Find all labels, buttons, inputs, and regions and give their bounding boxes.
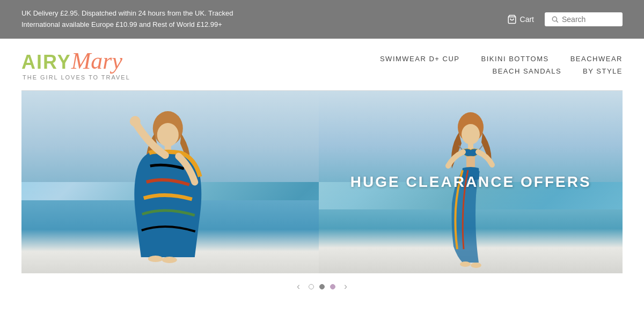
hero-slideshow: HUGE CLEARANCE OFFERS (21, 91, 623, 273)
delivery-info: UK Delivery £2.95. Dispatched within 24 … (21, 8, 247, 31)
logo-airy: AIRY (21, 53, 71, 72)
svg-point-6 (130, 116, 141, 127)
svg-point-4 (157, 123, 179, 147)
logo-area: AIRY Mary THE GIRL LOVES TO TRAVEL (21, 49, 130, 81)
nav-item-beachwear[interactable]: BEACHWEAR (570, 55, 623, 63)
top-bar: UK Delivery £2.95. Dispatched within 24 … (0, 0, 644, 39)
svg-point-13 (462, 124, 480, 144)
cart-link[interactable]: Cart (507, 14, 534, 24)
main-nav: SWIMWEAR D+ CUP BIKINI BOTTOMS BEACHWEAR… (380, 55, 623, 75)
nav-item-swimwear[interactable]: SWIMWEAR D+ CUP (380, 55, 460, 63)
figure-left-svg (112, 107, 224, 273)
figure-right-svg (428, 107, 514, 273)
search-icon (551, 16, 559, 23)
logo[interactable]: AIRY Mary (21, 49, 122, 73)
nav-item-bystyle[interactable]: BY STYLE (583, 67, 623, 75)
top-bar-right: Cart (507, 12, 623, 26)
search-input[interactable] (562, 15, 616, 24)
nav-row-1: SWIMWEAR D+ CUP BIKINI BOTTOMS BEACHWEAR (380, 55, 623, 63)
nav-item-bikini[interactable]: BIKINI BOTTOMS (481, 55, 548, 63)
svg-point-7 (148, 256, 163, 262)
slider-prev[interactable]: ‹ (294, 280, 303, 293)
search-box[interactable] (545, 12, 623, 26)
svg-point-18 (460, 261, 471, 267)
slider-dot-1[interactable] (309, 284, 314, 289)
logo-tagline: THE GIRL LOVES TO TRAVEL (21, 74, 130, 81)
svg-line-2 (557, 21, 558, 23)
hero-panel-left (21, 91, 319, 273)
cart-icon (507, 14, 517, 24)
slider-dot-2[interactable] (319, 284, 325, 289)
nav-row-2: BEACH SANDALS BY STYLE (493, 67, 623, 75)
svg-rect-17 (466, 156, 475, 168)
slider-controls: ‹ › (0, 273, 644, 296)
svg-point-8 (162, 257, 177, 263)
svg-point-1 (552, 17, 557, 21)
slider-next[interactable]: › (341, 280, 350, 293)
svg-point-19 (471, 263, 481, 268)
header: AIRY Mary THE GIRL LOVES TO TRAVEL SWIMW… (0, 39, 644, 81)
slider-dot-3[interactable] (330, 284, 335, 289)
logo-mary: Mary (71, 49, 122, 73)
hero-panel-right: HUGE CLEARANCE OFFERS (319, 91, 623, 273)
nav-item-sandals[interactable]: BEACH SANDALS (493, 67, 562, 75)
cart-label: Cart (520, 15, 534, 24)
